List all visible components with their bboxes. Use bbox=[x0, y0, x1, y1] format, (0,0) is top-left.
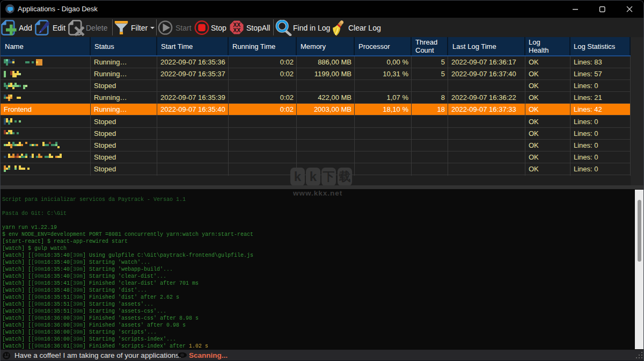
svg-text:XX: XX bbox=[233, 27, 240, 33]
